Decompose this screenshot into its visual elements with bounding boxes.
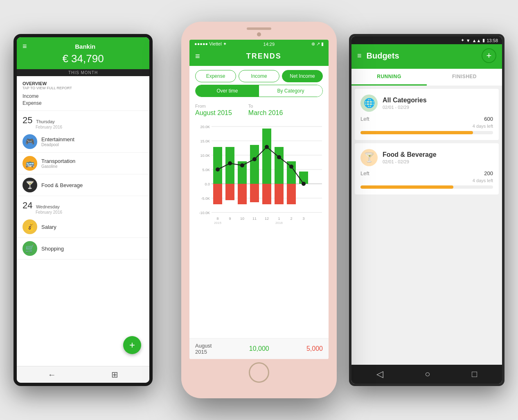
date-range: From August 2015 To March 2016 bbox=[189, 100, 329, 118]
svg-text:11: 11 bbox=[252, 217, 257, 221]
svg-rect-23 bbox=[275, 147, 284, 184]
win-item-food[interactable]: 🍸 Food & Beverage bbox=[17, 174, 149, 196]
chart-footer: August 2015 10,000 5,000 bbox=[189, 338, 329, 359]
win-date-year: February 2016 bbox=[36, 125, 144, 129]
svg-point-35 bbox=[302, 182, 306, 186]
sony-tab-running[interactable]: RUNNING bbox=[351, 69, 427, 86]
iphone-screen: ●●●●● Viettel ✦ 14:29 ⊕ ↗ ▮ ≡ TRENDS Exp… bbox=[189, 40, 329, 359]
sony-header: ≡ Budgets + bbox=[351, 44, 502, 69]
win-home-icon[interactable]: ⊞ bbox=[111, 370, 118, 379]
svg-rect-18 bbox=[238, 184, 247, 204]
win-date-section-24: 24 Wednesday February 2016 bbox=[17, 196, 149, 216]
win-balance: € 34,790 bbox=[23, 52, 144, 65]
win-item-name: Entertainment bbox=[41, 136, 74, 142]
svg-point-31 bbox=[252, 157, 257, 161]
win-expense-label: Expense bbox=[23, 100, 144, 106]
food-budget-icon: 🍸 bbox=[360, 149, 378, 166]
svg-point-32 bbox=[265, 145, 269, 149]
budget-card-food[interactable]: 🍸 Food & Beverage 02/01 - 02/29 Left 200… bbox=[355, 143, 499, 194]
svg-text:8: 8 bbox=[216, 217, 218, 221]
shopping-icon: 🛒 bbox=[23, 241, 37, 256]
win-date-day: Thursday bbox=[36, 119, 55, 124]
win-item-name-shopping: Shopping bbox=[41, 246, 64, 252]
win-date-section-25: 25 Thursday February 2016 bbox=[17, 111, 149, 131]
budget-date-food: 02/01 - 02/29 bbox=[383, 159, 493, 164]
sony-back-button[interactable]: ◁ bbox=[376, 369, 383, 379]
win-date-day-24: Wednesday bbox=[36, 204, 60, 209]
win-item-shopping[interactable]: 🛒 Shopping bbox=[17, 238, 149, 260]
win-overview-title: OVERVIEW bbox=[23, 81, 144, 86]
sony-nav: ◁ ○ □ bbox=[351, 365, 502, 384]
svg-text:-5.0K: -5.0K bbox=[201, 196, 210, 201]
svg-rect-24 bbox=[275, 184, 284, 204]
chart-footer-expense: 5,000 bbox=[306, 345, 323, 352]
sony-time: 13:58 bbox=[486, 38, 498, 43]
win-item-name-salary: Salary bbox=[41, 224, 56, 230]
tab-expense[interactable]: Expense bbox=[195, 70, 236, 82]
svg-rect-26 bbox=[287, 184, 296, 204]
budget-date-all: 02/01 - 02/29 bbox=[383, 105, 493, 110]
sony-battery-icon: ▮ bbox=[482, 38, 485, 43]
svg-point-28 bbox=[216, 167, 220, 172]
from-label: From bbox=[195, 104, 232, 108]
win-overview[interactable]: OVERVIEW TAP TO VIEW FULL REPORT Income … bbox=[17, 76, 149, 111]
win-item-transportation[interactable]: 🚌 Transportation Gasoline bbox=[17, 153, 149, 174]
subtab-overtime[interactable]: Over time bbox=[196, 85, 259, 97]
iphone-body: Expense Income Net Income Over time By C… bbox=[189, 66, 329, 359]
all-categories-icon: 🌐 bbox=[360, 95, 378, 112]
win-date-year-24: February 2016 bbox=[36, 210, 144, 215]
win-item-name-food: Food & Beverage bbox=[41, 182, 83, 188]
iphone-camera bbox=[257, 32, 261, 36]
subtab-bycategory[interactable]: By Category bbox=[259, 85, 322, 97]
to-label: To bbox=[248, 104, 283, 108]
sony-home-button[interactable]: ○ bbox=[425, 369, 430, 379]
right-phone: SONY ✦ ▼ ▲▲ ▮ 13:58 ≡ Budgets + RUNNING … bbox=[349, 34, 504, 386]
sony-hamburger-icon[interactable]: ≡ bbox=[357, 52, 362, 60]
budget-days-all: 4 days left bbox=[360, 124, 493, 129]
svg-text:1: 1 bbox=[278, 217, 280, 221]
win-fab-button[interactable]: + bbox=[123, 336, 141, 354]
win-item-salary[interactable]: 💰 Salary bbox=[17, 216, 149, 238]
sony-tab-finished[interactable]: FINISHED bbox=[427, 69, 502, 86]
budget-amount-food: 200 bbox=[484, 170, 493, 176]
food-icon: 🍸 bbox=[23, 178, 37, 192]
budget-card-all-categories[interactable]: 🌐 All Categories 02/01 - 02/29 Left 600 … bbox=[355, 89, 499, 140]
from-date[interactable]: August 2015 bbox=[195, 109, 232, 117]
svg-point-29 bbox=[228, 161, 232, 165]
win-hamburger-icon[interactable]: ≡ bbox=[23, 42, 27, 51]
sony-recents-button[interactable]: □ bbox=[472, 369, 477, 379]
tab-income[interactable]: Income bbox=[239, 70, 279, 82]
sony-status-bar: ✦ ▼ ▲▲ ▮ 13:58 bbox=[351, 36, 502, 44]
iphone-hamburger-icon[interactable]: ≡ bbox=[195, 52, 200, 61]
svg-text:10: 10 bbox=[240, 217, 244, 221]
win-body: OVERVIEW TAP TO VIEW FULL REPORT Income … bbox=[17, 76, 149, 366]
sony-wifi-icon: ▼ bbox=[466, 38, 471, 43]
iphone-home-button[interactable] bbox=[249, 362, 269, 383]
svg-point-33 bbox=[277, 155, 281, 159]
subtab-row: Over time By Category bbox=[195, 85, 323, 97]
budget-days-food: 4 days left bbox=[360, 178, 493, 183]
iphone-app-title: TRENDS bbox=[205, 52, 323, 61]
sony-tabs: RUNNING FINISHED bbox=[351, 69, 502, 86]
budget-progress-fill-food bbox=[360, 185, 453, 189]
svg-text:15.0K: 15.0K bbox=[200, 139, 210, 143]
win-app-title: Bankin bbox=[27, 43, 144, 50]
win-this-month: THIS MONTH bbox=[17, 69, 149, 76]
svg-text:0.0: 0.0 bbox=[205, 182, 210, 186]
budget-left-label-food: Left bbox=[360, 170, 369, 176]
win-footer: ← ⊞ bbox=[17, 366, 149, 383]
entertainment-icon: 🎮 bbox=[23, 134, 37, 149]
bar-red-1 bbox=[213, 184, 222, 204]
win-back-icon[interactable]: ← bbox=[48, 370, 56, 379]
chart-area: 20.0K 15.0K 10.0K 5.0K 0.0 -5.0K -10.0K bbox=[189, 118, 329, 338]
win-date-num: 25 bbox=[23, 115, 32, 125]
win-item-entertainment[interactable]: 🎮 Entertainment Deadpool bbox=[17, 131, 149, 153]
budget-progress-fill-all bbox=[360, 131, 473, 134]
svg-rect-21 bbox=[262, 129, 271, 184]
to-date[interactable]: March 2016 bbox=[248, 109, 283, 117]
sony-body: 🌐 All Categories 02/01 - 02/29 Left 600 … bbox=[351, 86, 502, 365]
sony-fab-button[interactable]: + bbox=[482, 48, 496, 63]
tab-net-income[interactable]: Net Income bbox=[282, 70, 323, 82]
scene: ≡ Bankin € 34,790 THIS MONTH OVERVIEW TA… bbox=[14, 18, 504, 402]
win-item-sub-transport: Gasoline bbox=[41, 164, 75, 169]
